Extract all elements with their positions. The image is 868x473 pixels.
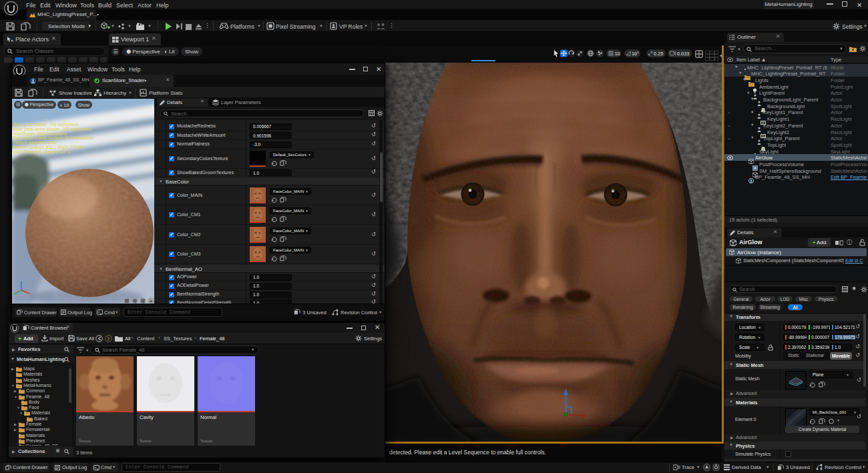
svg-text:y: y [12,293,13,297]
svg-text:x: x [30,293,32,297]
svg-text:10: 10 [615,51,620,57]
svg-text:0.25: 0.25 [654,51,663,57]
svg-text:0.033: 0.033 [677,51,689,57]
svg-text:10°: 10° [632,51,639,57]
svg-text:z: z [23,277,25,281]
